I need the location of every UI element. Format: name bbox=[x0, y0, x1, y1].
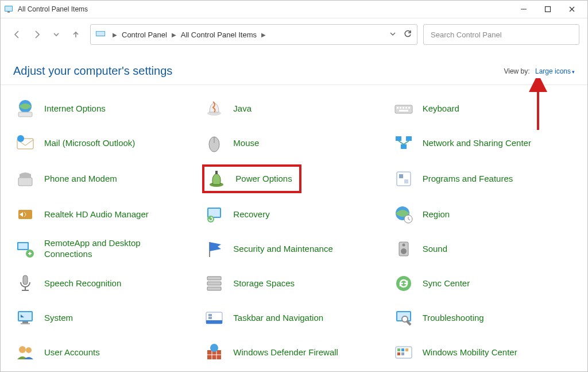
svg-point-64 bbox=[26, 347, 32, 353]
troubleshooting-icon bbox=[393, 307, 415, 329]
svg-rect-13 bbox=[397, 107, 399, 109]
svg-rect-31 bbox=[404, 179, 408, 183]
caret-down-icon: ▾ bbox=[572, 69, 575, 75]
address-dropdown-button[interactable] bbox=[389, 30, 396, 39]
keyboard-icon bbox=[393, 98, 415, 120]
forward-button[interactable] bbox=[32, 29, 42, 40]
item-recovery[interactable]: Recovery bbox=[202, 201, 385, 228]
svg-point-35 bbox=[207, 216, 214, 223]
refresh-button[interactable] bbox=[403, 29, 412, 40]
svg-rect-12 bbox=[395, 105, 412, 113]
close-button[interactable] bbox=[560, 1, 584, 18]
svg-rect-59 bbox=[208, 317, 212, 319]
content-header: Adjust your computer's settings View by:… bbox=[1, 47, 587, 85]
breadcrumb-current[interactable]: All Control Panel Items bbox=[181, 30, 257, 39]
maximize-button[interactable] bbox=[536, 1, 560, 18]
window-frame: All Control Panel Items ▶ Control Panel … bbox=[0, 0, 588, 372]
taskbar-icon bbox=[203, 307, 225, 329]
item-label: System bbox=[44, 313, 73, 324]
minimize-button[interactable] bbox=[512, 1, 536, 18]
control-panel-icon bbox=[4, 5, 13, 14]
item-label: Realtek HD Audio Manager bbox=[44, 209, 149, 220]
remote-connections-icon bbox=[14, 238, 36, 260]
item-defender-firewall[interactable]: Windows Defender Firewall bbox=[202, 339, 385, 366]
view-by-dropdown[interactable]: Large icons▾ bbox=[535, 67, 575, 75]
item-taskbar-navigation[interactable]: Taskbar and Navigation bbox=[202, 305, 385, 331]
svg-rect-30 bbox=[399, 174, 403, 178]
back-button[interactable] bbox=[12, 29, 22, 40]
item-power-options[interactable]: Power Options bbox=[202, 164, 301, 193]
svg-rect-75 bbox=[401, 352, 404, 355]
address-bar[interactable]: ▶ Control Panel ▶ All Control Panel Item… bbox=[90, 24, 417, 45]
svg-rect-49 bbox=[207, 282, 221, 285]
search-input[interactable] bbox=[430, 30, 573, 40]
control-panel-grid: Internet Options Java Keyboard Mail (Mic… bbox=[1, 85, 587, 372]
item-label: Mail (Microsoft Outlook) bbox=[44, 138, 135, 149]
item-storage-spaces[interactable]: Storage Spaces bbox=[202, 270, 385, 297]
power-icon bbox=[206, 168, 227, 190]
item-sound[interactable]: Sound bbox=[392, 236, 575, 262]
users-icon bbox=[14, 342, 36, 363]
item-mobility-center[interactable]: Windows Mobility Center bbox=[392, 339, 575, 366]
up-button[interactable] bbox=[71, 29, 81, 40]
item-internet-options[interactable]: Internet Options bbox=[13, 95, 196, 122]
item-label: RemoteApp and Desktop Connections bbox=[44, 238, 165, 260]
svg-rect-2 bbox=[7, 11, 10, 13]
svg-rect-55 bbox=[21, 323, 30, 324]
item-realtek-audio[interactable]: Realtek HD Audio Manager bbox=[13, 201, 196, 228]
recent-locations-button[interactable] bbox=[51, 29, 61, 40]
item-network-sharing[interactable]: Network and Sharing Center bbox=[392, 130, 575, 156]
svg-point-44 bbox=[402, 244, 405, 247]
drives-icon bbox=[203, 273, 225, 294]
item-programs-features[interactable]: Programs and Features bbox=[392, 164, 575, 193]
svg-rect-4 bbox=[546, 7, 551, 12]
svg-point-20 bbox=[17, 135, 24, 142]
svg-rect-34 bbox=[208, 209, 220, 217]
item-mouse[interactable]: Mouse bbox=[202, 130, 385, 156]
item-security-maintenance[interactable]: Security and Maintenance bbox=[202, 236, 385, 262]
search-box[interactable] bbox=[423, 24, 579, 45]
item-label: Keyboard bbox=[423, 103, 459, 114]
microphone-icon bbox=[14, 273, 36, 294]
item-label: Java bbox=[233, 103, 252, 114]
control-panel-icon bbox=[95, 30, 106, 39]
item-system[interactable]: System bbox=[13, 305, 196, 331]
item-region[interactable]: Region bbox=[392, 201, 575, 228]
breadcrumb-root[interactable]: Control Panel bbox=[122, 30, 167, 39]
svg-rect-24 bbox=[406, 136, 412, 141]
item-label: Storage Spaces bbox=[233, 278, 295, 289]
item-mail[interactable]: Mail (Microsoft Outlook) bbox=[13, 130, 196, 156]
svg-rect-26 bbox=[18, 178, 32, 186]
speaker-icon bbox=[393, 238, 415, 260]
item-java[interactable]: Java bbox=[202, 95, 385, 122]
firewall-icon bbox=[203, 342, 225, 363]
svg-rect-73 bbox=[405, 348, 408, 351]
item-remoteapp[interactable]: RemoteApp and Desktop Connections bbox=[13, 236, 196, 262]
svg-rect-23 bbox=[396, 136, 401, 141]
svg-rect-28 bbox=[215, 171, 218, 174]
item-troubleshooting[interactable]: Troubleshooting bbox=[392, 305, 575, 331]
globe-icon bbox=[14, 98, 36, 120]
page-title: Adjust your computer's settings bbox=[13, 64, 172, 78]
svg-point-62 bbox=[402, 316, 408, 322]
item-phone-modem[interactable]: Phone and Modem bbox=[13, 164, 196, 193]
mouse-icon bbox=[203, 132, 225, 154]
mobility-icon bbox=[393, 342, 415, 363]
svg-rect-15 bbox=[403, 107, 404, 109]
svg-rect-29 bbox=[397, 172, 411, 186]
svg-rect-45 bbox=[23, 275, 28, 285]
view-by: View by: Large icons▾ bbox=[504, 67, 575, 75]
item-label: Sync Center bbox=[423, 278, 470, 289]
svg-rect-57 bbox=[206, 320, 222, 324]
item-user-accounts[interactable]: User Accounts bbox=[13, 339, 196, 366]
title-bar: All Control Panel Items bbox=[1, 1, 587, 18]
item-speech-recognition[interactable]: Speech Recognition bbox=[13, 270, 196, 297]
view-by-label: View by: bbox=[504, 67, 529, 75]
programs-icon bbox=[393, 168, 415, 190]
item-keyboard[interactable]: Keyboard bbox=[392, 95, 575, 122]
svg-rect-14 bbox=[400, 107, 401, 109]
item-label: Windows Mobility Center bbox=[423, 347, 517, 358]
window-title: All Control Panel Items bbox=[18, 5, 512, 13]
item-label: Programs and Features bbox=[423, 174, 513, 185]
item-sync-center[interactable]: Sync Center bbox=[392, 270, 575, 297]
